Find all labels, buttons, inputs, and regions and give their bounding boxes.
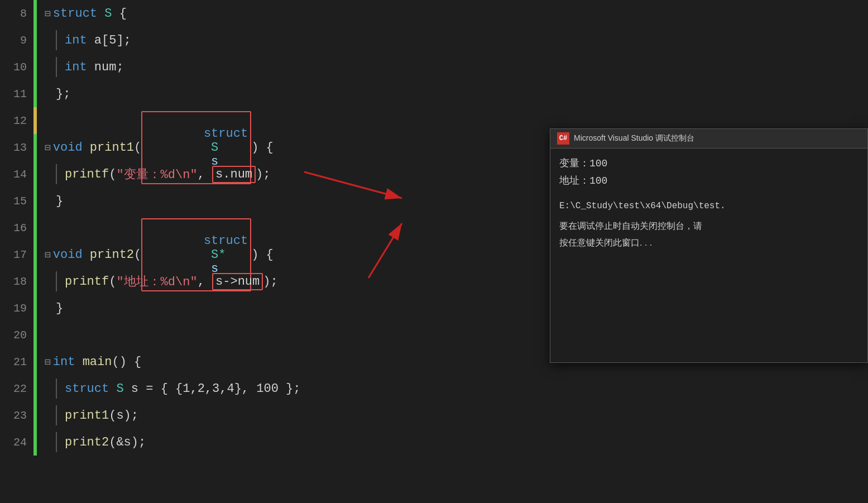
- fn-print1: print1: [90, 141, 134, 155]
- call-print2: print2: [65, 435, 109, 449]
- code-line-18: 18 printf ( "地址：%d\n" , s->num );: [0, 268, 547, 295]
- line-number-21: 21: [0, 356, 33, 368]
- line-number-17: 17: [0, 248, 33, 261]
- code-line-15: 15 }: [0, 188, 547, 214]
- printf-open: (: [109, 167, 116, 181]
- arg-s-num: s.num: [212, 166, 256, 183]
- line-content-14: printf ( "变量：%d\n" , s.num );: [37, 164, 270, 184]
- type-name: [97, 7, 104, 21]
- printf-open-2: (: [109, 275, 116, 289]
- line-content-21: ⊟ int main () {: [37, 355, 141, 369]
- output-dizhi: 地址：100: [559, 175, 607, 186]
- call-print2-args: (&s);: [109, 435, 146, 449]
- kw-struct: struct: [53, 7, 97, 21]
- main-parens: () {: [112, 355, 141, 369]
- paren-open-2: (: [134, 248, 141, 262]
- str-bianliang: "变量：%d\n": [116, 166, 197, 183]
- comma-2: ,: [198, 275, 212, 289]
- expand-icon-21[interactable]: ⊟: [45, 356, 51, 368]
- code-line-19: 19 }: [0, 295, 547, 322]
- line-content-18: printf ( "地址：%d\n" , s->num );: [37, 271, 278, 291]
- fn-printf-2: printf: [65, 275, 109, 289]
- struct-name: S: [104, 7, 112, 21]
- line-number-18: 18: [0, 275, 33, 288]
- console-note-line1: 要在调试停止时自动关闭控制台，请: [559, 218, 859, 235]
- kw-int-main: int: [53, 355, 75, 369]
- console-line-1: 变量：100: [559, 155, 859, 173]
- console-path: E:\C_Study\test\x64\Debug\test.: [559, 201, 726, 211]
- code-line-24: 24 print2 (&s);: [0, 429, 547, 456]
- code-panel: 8 ⊟ struct S { 9 int a[5]; 10 int: [0, 0, 547, 503]
- code-line-8: 8 ⊟ struct S {: [0, 0, 547, 27]
- line-number-8: 8: [0, 7, 33, 20]
- paren-close-1: ) {: [251, 141, 274, 155]
- type-s: S: [116, 382, 123, 396]
- line-number-13: 13: [0, 141, 33, 154]
- code-line-9: 9 int a[5];: [0, 27, 547, 54]
- vs-icon-text: C#: [559, 135, 567, 142]
- param-struct-kw-2: struct: [204, 234, 248, 248]
- line-content-11: };: [37, 87, 70, 101]
- expand-icon-13[interactable]: ⊟: [45, 141, 51, 154]
- call-print1-args: (s);: [109, 409, 138, 423]
- line-number-11: 11: [0, 88, 33, 100]
- kw-struct-main: struct: [65, 382, 109, 396]
- brace-open: {: [112, 7, 126, 21]
- code-line-11: 11 };: [0, 80, 547, 107]
- code-line-14: 14 printf ( "变量：%d\n" , s.num );: [0, 161, 547, 188]
- code-line-20: 20: [0, 322, 547, 348]
- call-print1: print1: [65, 409, 109, 423]
- line-content-10: int num;: [37, 57, 124, 77]
- line-content-23: print1 (s);: [37, 405, 138, 425]
- line-number-23: 23: [0, 409, 33, 422]
- expand-icon-8[interactable]: ⊟: [45, 7, 51, 20]
- printf-close: );: [256, 167, 270, 181]
- arg-s-arrow-num: s->num: [212, 273, 263, 290]
- line-number-12: 12: [0, 114, 33, 127]
- code-line-21: 21 ⊟ int main () {: [0, 348, 547, 375]
- kw-int-2: int: [65, 60, 87, 74]
- code-line-22: 22 struct S s = { {1,2,3,4}, 100 };: [0, 375, 547, 402]
- code-line-17: 17 ⊟ void print2 ( struct S* s ) {: [0, 241, 547, 268]
- kw-void-2: void: [53, 248, 83, 262]
- console-path-line: E:\C_Study\test\x64\Debug\test.: [559, 197, 859, 214]
- line-content-24: print2 (&s);: [37, 432, 146, 452]
- line-number-16: 16: [0, 222, 33, 234]
- line-content-19: }: [37, 301, 63, 315]
- printf-close-2: );: [263, 275, 277, 289]
- line-content-8: ⊟ struct S {: [37, 7, 127, 21]
- expand-icon-17[interactable]: ⊟: [45, 248, 51, 261]
- line-content-9: int a[5];: [37, 30, 131, 50]
- console-title: Microsoft Visual Studio 调试控制台: [574, 133, 694, 143]
- console-line-2: 地址：100: [559, 173, 859, 190]
- console-note2: 按任意键关闭此窗口. . .: [559, 238, 652, 247]
- fn-printf-1: printf: [65, 167, 109, 181]
- console-titlebar: C# Microsoft Visual Studio 调试控制台: [550, 129, 867, 148]
- comma-1: ,: [198, 167, 212, 181]
- kw-int-1: int: [65, 33, 87, 47]
- code-line-10: 10 int num;: [0, 54, 547, 80]
- struct-close: };: [56, 87, 70, 101]
- fn-print2: print2: [90, 248, 134, 262]
- line-number-24: 24: [0, 436, 33, 449]
- console-panel: C# Microsoft Visual Studio 调试控制台 变量：100 …: [550, 128, 868, 363]
- line-number-14: 14: [0, 168, 33, 181]
- line-number-10: 10: [0, 61, 33, 74]
- line-content-15: }: [37, 194, 63, 208]
- line-content-20: [37, 328, 49, 342]
- code-line-13: 13 ⊟ void print1 ( struct S s ) {: [0, 134, 547, 161]
- init-expr: s = { {1,2,3,4}, 100 };: [124, 382, 301, 396]
- console-note-line2: 按任意键关闭此窗口. . .: [559, 234, 859, 252]
- line-number-9: 9: [0, 34, 33, 47]
- line-number-22: 22: [0, 382, 33, 395]
- paren-close-2: ) {: [251, 248, 274, 262]
- param-struct-kw: struct: [204, 127, 248, 141]
- kw-void-1: void: [53, 141, 83, 155]
- fn1-close: }: [56, 194, 63, 208]
- fn2-close: }: [56, 301, 63, 315]
- vs-icon: C#: [557, 132, 569, 145]
- console-note1: 要在调试停止时自动关闭控制台，请: [559, 221, 702, 231]
- line-number-15: 15: [0, 195, 33, 208]
- output-bianliang: 变量：100: [559, 158, 607, 169]
- str-dizhi: "地址：%d\n": [116, 273, 197, 290]
